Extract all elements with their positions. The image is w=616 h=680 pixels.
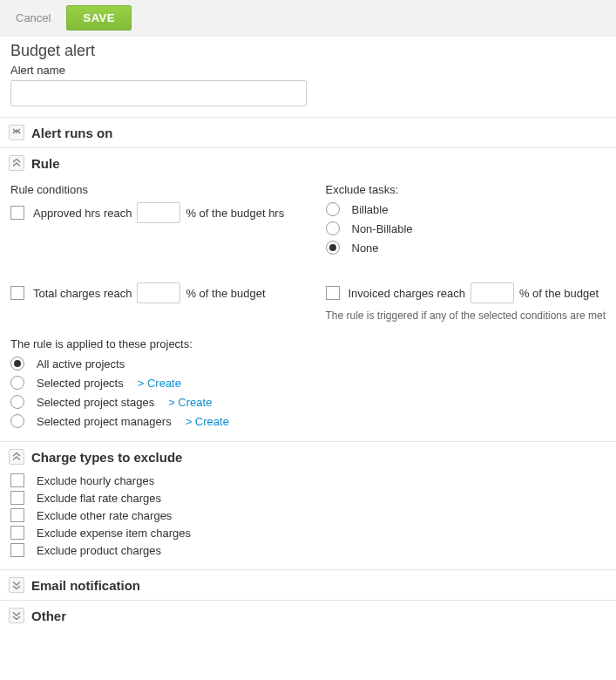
- condition-total-charges: Total charges reach % of the budget: [10, 280, 291, 306]
- expand-icon[interactable]: [9, 608, 24, 623]
- exclude-task-label: None: [349, 241, 379, 255]
- exclude-task-label: Non-Billable: [349, 222, 413, 235]
- charge-exclude-label: Exclude flat rate charges: [33, 492, 161, 505]
- collapse-icon[interactable]: [9, 155, 24, 171]
- condition-approved-hrs: Approved hrs reach % of the budget hrs: [10, 200, 291, 226]
- apply-to-option: Selected projects> Create: [10, 373, 606, 392]
- charge-exclude-checkbox[interactable]: [10, 508, 24, 522]
- apply-to-label: Selected project stages: [33, 396, 154, 409]
- page-title: Budget alert: [0, 37, 616, 62]
- create-link[interactable]: > Create: [129, 377, 181, 390]
- invoiced-charges-checkbox[interactable]: [326, 286, 340, 300]
- rule-conditions-heading: Rule conditions: [10, 178, 291, 200]
- section-header-runs-on[interactable]: Alert runs on: [0, 118, 616, 147]
- approved-hrs-checkbox[interactable]: [10, 206, 24, 220]
- section-title: Alert runs on: [31, 126, 112, 140]
- section-title: Charge types to exclude: [31, 450, 182, 465]
- apply-to-label: All active projects: [33, 357, 125, 371]
- charge-exclude-label: Exclude other rate charges: [33, 509, 172, 522]
- apply-to-radio[interactable]: [10, 376, 24, 390]
- section-header-other[interactable]: Other: [0, 601, 616, 630]
- save-button[interactable]: SAVE: [66, 5, 131, 31]
- apply-to-option: Selected project stages> Create: [10, 392, 606, 411]
- section-body-rule: Rule conditions Approved hrs reach % of …: [0, 178, 616, 441]
- toolbar: Cancel SAVE: [0, 0, 616, 37]
- alert-name-label: Alert name: [0, 62, 616, 78]
- invoiced-charges-suffix: % of the budget: [519, 287, 599, 300]
- charge-exclude-checkbox[interactable]: [10, 543, 24, 557]
- invoiced-charges-prefix: Invoiced charges reach: [349, 287, 465, 300]
- expand-icon[interactable]: [9, 577, 24, 593]
- create-link[interactable]: > Create: [177, 415, 229, 428]
- apply-to-radio[interactable]: [10, 414, 24, 428]
- approved-hrs-suffix: % of the budget hrs: [186, 207, 284, 220]
- total-charges-suffix: % of the budget: [186, 287, 265, 300]
- total-charges-prefix: Total charges reach: [33, 287, 132, 300]
- apply-to-label: Selected projects: [33, 377, 124, 390]
- exclude-task-radio[interactable]: [326, 241, 340, 255]
- charge-exclude-label: Exclude product charges: [33, 544, 161, 557]
- exclude-task-radio[interactable]: [326, 221, 340, 235]
- create-link[interactable]: > Create: [159, 396, 212, 409]
- exclude-task-radio[interactable]: [326, 202, 340, 216]
- apply-to-option: Selected project managers> Create: [10, 411, 606, 431]
- alert-name-input[interactable]: [10, 80, 307, 106]
- section-body-charges: Exclude hourly chargesExclude flat rate …: [0, 472, 616, 569]
- cancel-button[interactable]: Cancel: [9, 8, 58, 28]
- charge-exclude-option: Exclude flat rate charges: [10, 489, 606, 507]
- exclude-tasks-heading: Exclude tasks:: [326, 178, 606, 200]
- exclude-task-option: Non-Billable: [326, 219, 606, 238]
- charge-exclude-checkbox[interactable]: [10, 473, 24, 487]
- apply-to-radio[interactable]: [10, 395, 24, 409]
- approved-hrs-prefix: Approved hrs reach: [33, 207, 132, 220]
- condition-invoiced-charges: Invoiced charges reach % of the budget: [326, 280, 606, 306]
- rule-applied-heading: The rule is applied to these projects:: [10, 322, 606, 354]
- total-charges-checkbox[interactable]: [10, 286, 24, 300]
- exclude-task-label: Billable: [349, 203, 389, 216]
- exclude-task-option: None: [326, 238, 606, 257]
- total-charges-input[interactable]: [137, 282, 180, 303]
- apply-to-radio[interactable]: [10, 357, 24, 371]
- charge-exclude-checkbox[interactable]: [10, 526, 24, 540]
- charge-exclude-option: Exclude product charges: [10, 541, 606, 559]
- expand-icon[interactable]: [9, 125, 24, 140]
- invoiced-charges-input[interactable]: [470, 282, 514, 303]
- rule-trigger-note: The rule is triggered if any of the sele…: [326, 306, 606, 322]
- apply-to-label: Selected project managers: [33, 415, 172, 428]
- section-header-rule[interactable]: Rule: [0, 148, 616, 178]
- charge-exclude-label: Exclude hourly charges: [33, 474, 154, 487]
- charge-exclude-option: Exclude other rate charges: [10, 507, 606, 524]
- approved-hrs-input[interactable]: [137, 202, 180, 223]
- section-title: Other: [31, 609, 66, 623]
- charge-exclude-option: Exclude expense item charges: [10, 524, 606, 541]
- charge-exclude-option: Exclude hourly charges: [10, 472, 606, 489]
- section-header-email[interactable]: Email notification: [0, 570, 616, 600]
- exclude-task-option: Billable: [326, 200, 606, 219]
- section-header-charges[interactable]: Charge types to exclude: [0, 442, 616, 472]
- apply-to-option: All active projects: [10, 354, 606, 373]
- charge-exclude-checkbox[interactable]: [10, 491, 24, 505]
- collapse-icon[interactable]: [9, 449, 24, 465]
- section-title: Email notification: [31, 578, 140, 593]
- section-title: Rule: [31, 156, 60, 171]
- charge-exclude-label: Exclude expense item charges: [33, 527, 191, 540]
